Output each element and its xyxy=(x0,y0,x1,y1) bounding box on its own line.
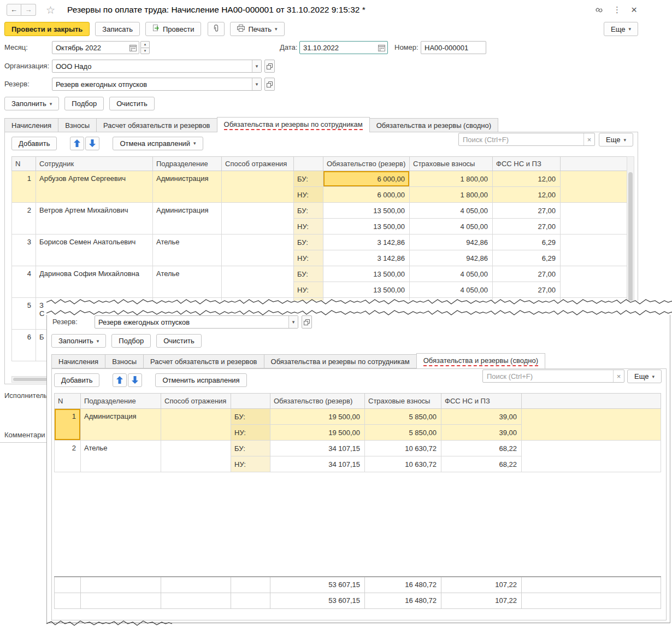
scrollbar-thumb[interactable] xyxy=(628,172,633,309)
table-row[interactable]: 1 Администрация БУ: 19 500,00 5 850,00 3… xyxy=(55,409,661,425)
dropdown-caret-icon[interactable]: ▾ xyxy=(252,60,261,72)
grid-more-button[interactable]: Еще▾ xyxy=(599,133,633,147)
col-method[interactable]: Способ отражения xyxy=(222,157,294,171)
tab-bar: Начисления Взносы Расчет обязательств и … xyxy=(51,353,545,368)
total-insurance: 16 480,72 xyxy=(365,577,441,593)
search-box[interactable]: × xyxy=(458,133,595,146)
col-liability[interactable]: Обязательство (резерв) xyxy=(270,394,365,409)
table-row[interactable]: 2 Ветров Артем Михайлович Администрация … xyxy=(12,203,627,219)
command-bar: Провести и закрыть Записать Провести Печ… xyxy=(0,21,644,37)
col-dept[interactable]: Подразделение xyxy=(81,394,161,409)
pick-button[interactable]: Подбор xyxy=(111,334,151,348)
tab-raschet[interactable]: Расчет обязательств и резервов xyxy=(143,354,264,368)
tab-nachisleniya[interactable]: Начисления xyxy=(51,354,105,368)
tab-svodno[interactable]: Обязательства и резервы (сводно) xyxy=(416,353,545,368)
tab-po-sotrudnikam[interactable]: Обязательства и резервы по сотрудникам xyxy=(264,354,417,368)
fill-button[interactable]: Заполнить▾ xyxy=(51,334,106,348)
fill-button[interactable]: Заполнить▾ xyxy=(4,97,59,110)
col-n[interactable]: N xyxy=(55,394,81,409)
col-filler xyxy=(522,394,661,409)
month-stepper[interactable]: ▴ ▾ xyxy=(140,41,150,54)
summary-grid-panel: Добавить Отменить исправления × Еще▾ N П… xyxy=(51,368,667,620)
header-row: N Сотрудник Подразделение Способ отражен… xyxy=(12,157,627,171)
number-label: Номер: xyxy=(394,41,418,54)
favorite-star-icon[interactable]: ☆ xyxy=(46,4,55,16)
tab-svodno[interactable]: Обязательства и резервы (сводно) xyxy=(369,118,498,132)
post-and-close-button[interactable]: Провести и закрыть xyxy=(4,22,90,36)
spin-down-icon[interactable]: ▾ xyxy=(140,48,150,55)
grid-more-button[interactable]: Еще▾ xyxy=(627,370,662,383)
table-row[interactable]: 1 Арбузов Артем Сергеевич Администрация … xyxy=(12,171,627,187)
more-button[interactable]: Еще▾ xyxy=(604,22,638,36)
print-button[interactable]: Печать▾ xyxy=(230,22,284,36)
selected-cell[interactable]: 1 xyxy=(55,409,81,441)
write-button[interactable]: Записать xyxy=(95,22,140,36)
col-fss[interactable]: ФСС НС и ПЗ xyxy=(493,157,561,171)
clear-search-icon[interactable]: × xyxy=(583,133,594,145)
spin-up-icon[interactable]: ▴ xyxy=(140,41,150,48)
col-fss[interactable]: ФСС НС и ПЗ xyxy=(441,394,522,409)
move-up-button[interactable] xyxy=(113,373,127,387)
post-button[interactable]: Провести xyxy=(145,22,202,36)
number-field[interactable] xyxy=(421,41,486,54)
month-input[interactable] xyxy=(52,44,129,52)
month-field[interactable] xyxy=(52,41,139,54)
calendar-icon[interactable] xyxy=(378,44,387,51)
link-icon[interactable] xyxy=(595,6,603,14)
add-row-button[interactable]: Добавить xyxy=(54,373,99,387)
clear-search-icon[interactable]: × xyxy=(613,370,624,382)
total-liability: 53 607,15 xyxy=(270,593,365,608)
undo-corrections-button[interactable]: Отмена исправлений▾ xyxy=(113,137,203,150)
dropdown-caret-icon[interactable]: ▾ xyxy=(252,78,261,90)
reserve-combo[interactable]: ▾ xyxy=(95,315,298,329)
tab-raschet[interactable]: Расчет обязательств и резервов xyxy=(96,118,217,132)
date-input[interactable] xyxy=(300,44,378,52)
organization-input[interactable] xyxy=(52,62,252,71)
more-menu-icon[interactable]: ⋮ xyxy=(613,5,621,15)
tab-nachisleniya[interactable]: Начисления xyxy=(4,118,58,132)
attachments-button[interactable] xyxy=(208,22,225,36)
add-row-button[interactable]: Добавить xyxy=(11,137,57,150)
col-insurance[interactable]: Страховые взносы xyxy=(410,157,493,171)
dropdown-caret-icon[interactable]: ▾ xyxy=(288,316,298,328)
date-field[interactable] xyxy=(299,41,388,54)
search-input[interactable] xyxy=(459,136,583,144)
col-n[interactable]: N xyxy=(12,157,36,171)
reserve-input[interactable] xyxy=(52,80,252,89)
close-icon[interactable]: × xyxy=(631,4,637,16)
back-button[interactable]: ← xyxy=(7,4,21,16)
move-down-button[interactable] xyxy=(128,373,142,387)
tab-po-sotrudnikam[interactable]: Обязательства и резервы по сотрудникам xyxy=(217,117,370,132)
reserve-input[interactable] xyxy=(95,318,288,326)
search-input[interactable] xyxy=(483,372,613,380)
chevron-down-icon: ▾ xyxy=(275,26,278,32)
selected-cell[interactable]: 6 000,00 xyxy=(323,171,410,187)
col-employee[interactable]: Сотрудник xyxy=(36,157,153,171)
pick-button[interactable]: Подбор xyxy=(64,97,104,110)
move-up-button[interactable] xyxy=(70,137,84,150)
forward-button[interactable]: → xyxy=(21,4,36,16)
col-insurance[interactable]: Страховые взносы xyxy=(365,394,441,409)
organization-open-button[interactable] xyxy=(264,60,275,73)
col-liability[interactable]: Обязательство (резерв) xyxy=(323,157,410,171)
calendar-icon[interactable] xyxy=(129,44,139,51)
table-row[interactable]: 4 Даринова София Михайловна Ателье БУ: 1… xyxy=(12,266,627,282)
number-input[interactable] xyxy=(421,44,486,52)
reserve-combo[interactable]: ▾ xyxy=(52,78,262,91)
reserve-open-button[interactable] xyxy=(264,78,275,91)
table-row[interactable]: 2 Ателье БУ: 34 107,15 10 630,72 68,22 xyxy=(55,441,661,456)
move-down-button[interactable] xyxy=(85,137,99,150)
tab-vznosy[interactable]: Взносы xyxy=(58,118,97,132)
col-dept[interactable]: Подразделение xyxy=(153,157,222,171)
table-row[interactable]: 3 Борисов Семен Анатольевич Ателье БУ: 3… xyxy=(12,235,627,250)
date-label: Дата: xyxy=(280,41,297,54)
clear-button[interactable]: Очистить xyxy=(156,334,202,348)
clear-button[interactable]: Очистить xyxy=(109,97,155,110)
chevron-down-icon: ▾ xyxy=(193,140,196,146)
reserve-open-button[interactable] xyxy=(302,315,312,329)
organization-combo[interactable]: ▾ xyxy=(52,60,262,73)
col-method[interactable]: Способ отражения xyxy=(161,394,231,409)
search-box[interactable]: × xyxy=(482,370,624,383)
undo-corrections-button[interactable]: Отменить исправления xyxy=(155,373,246,387)
tab-vznosy[interactable]: Взносы xyxy=(105,354,144,368)
